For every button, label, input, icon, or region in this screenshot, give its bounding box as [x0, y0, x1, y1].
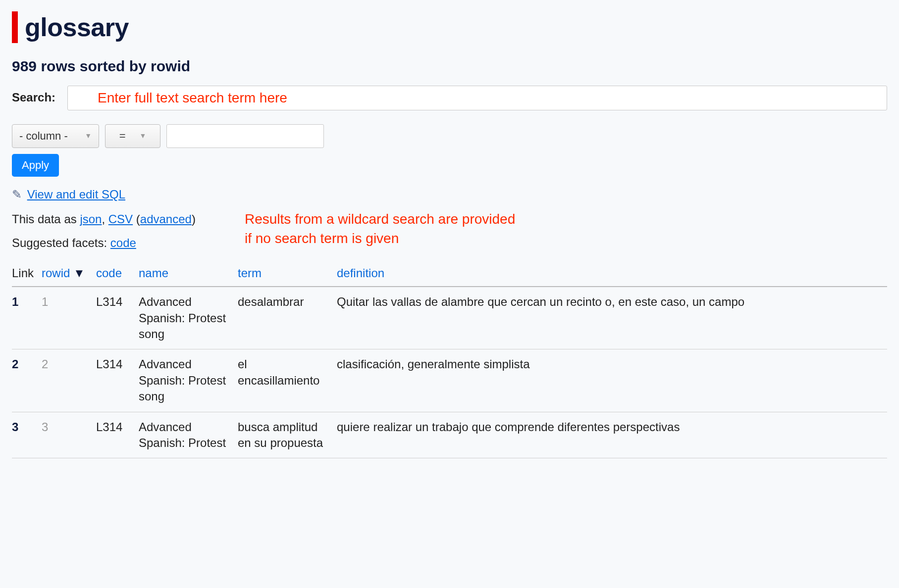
table-row: 1 1 L314 Advanced Spanish: Protest song … [12, 287, 887, 349]
table-header-row: Link rowid ▼ code name term definition [12, 261, 887, 287]
search-label: Search: [12, 90, 55, 105]
search-input[interactable] [67, 86, 887, 110]
col-header-code[interactable]: code [96, 261, 139, 287]
cell-rowid: 2 [42, 349, 96, 412]
cell-code: L314 [96, 349, 139, 412]
accent-bar [12, 11, 18, 43]
filter-column-value: - column - [19, 129, 68, 144]
export-open-paren: ( [133, 212, 140, 226]
filter-operator-value: = [119, 129, 126, 144]
cell-code: L314 [96, 287, 139, 349]
facet-code-link[interactable]: code [110, 236, 136, 249]
chevron-down-icon: ▼ [140, 131, 147, 141]
cell-name: Advanced Spanish: Protest [139, 412, 238, 458]
filter-operator-select[interactable]: = ▼ [105, 124, 160, 148]
col-header-rowid[interactable]: rowid ▼ [42, 261, 96, 287]
filter-value-input[interactable] [166, 124, 324, 148]
export-csv-link[interactable]: CSV [108, 212, 133, 226]
filter-column-select[interactable]: - column - ▼ [12, 124, 99, 148]
row-count-subtitle: 989 rows sorted by rowid [12, 56, 887, 77]
export-prefix: This data as [12, 212, 80, 226]
cell-definition: quiere realizar un trabajo que comprende… [337, 412, 887, 458]
col-header-name[interactable]: name [139, 261, 238, 287]
col-header-rowid-label: rowid [42, 266, 70, 280]
table-row: 3 3 L314 Advanced Spanish: Protest busca… [12, 412, 887, 458]
cell-term: desalambrar [238, 287, 337, 349]
cell-term: busca amplitud en su propuesta [238, 412, 337, 458]
pencil-icon: ✎ [12, 188, 22, 201]
facets-label: Suggested facets: [12, 236, 110, 249]
cell-name: Advanced Spanish: Protest song [139, 287, 238, 349]
cell-definition: Quitar las vallas de alambre que cercan … [337, 287, 887, 349]
cell-term: el encasillamiento [238, 349, 337, 412]
cell-rowid: 1 [42, 287, 96, 349]
export-json-link[interactable]: json [80, 212, 102, 226]
row-link[interactable]: 1 [12, 295, 18, 308]
sql-link-row: ✎ View and edit SQL [12, 187, 887, 202]
cell-name: Advanced Spanish: Protest song [139, 349, 238, 412]
apply-button[interactable]: Apply [12, 154, 59, 177]
cell-definition: clasificación, generalmente simplista [337, 349, 887, 412]
sort-indicator-icon: ▼ [73, 266, 85, 280]
export-advanced-link[interactable]: advanced [140, 212, 192, 226]
col-header-definition[interactable]: definition [337, 261, 887, 287]
col-header-term[interactable]: term [238, 261, 337, 287]
title-row: glossary [12, 10, 887, 45]
row-link[interactable]: 3 [12, 420, 18, 434]
cell-code: L314 [96, 412, 139, 458]
annotation-wildcard: Results from a wildcard search are provi… [245, 209, 522, 248]
view-edit-sql-link[interactable]: View and edit SQL [27, 188, 125, 201]
col-header-link: Link [12, 261, 42, 287]
export-sep: , [102, 212, 108, 226]
export-close-paren: ) [192, 212, 196, 226]
cell-rowid: 3 [42, 412, 96, 458]
filter-row: - column - ▼ = ▼ [12, 124, 887, 148]
search-row: Search: [12, 86, 887, 110]
results-table: Link rowid ▼ code name term definition 1… [12, 261, 887, 459]
table-row: 2 2 L314 Advanced Spanish: Protest song … [12, 349, 887, 412]
page-title: glossary [25, 10, 129, 45]
chevron-down-icon: ▼ [85, 131, 92, 141]
row-link[interactable]: 2 [12, 357, 18, 371]
